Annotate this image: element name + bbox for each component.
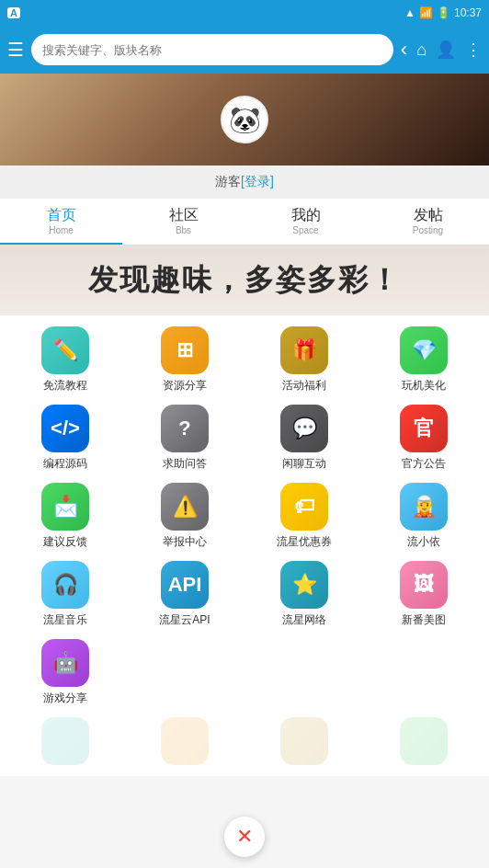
battery-icon: 🔋 (437, 6, 450, 19)
close-button[interactable]: ✕ (224, 817, 265, 857)
icon-item-7[interactable]: 官官方公告 (366, 405, 482, 472)
tab-posting-en: Posting (413, 225, 443, 235)
icon-label-5: 求助问答 (163, 456, 207, 472)
icon-label-0: 免流教程 (43, 378, 87, 394)
tab-posting-zh: 发帖 (414, 206, 443, 225)
icon-circle-13: API (161, 561, 209, 609)
status-bar: A ▲ 📶 🔋 10:37 (0, 0, 489, 26)
icon-item-5[interactable]: ?求助问答 (127, 405, 243, 472)
tab-bbs[interactable]: 社区 Bbs (122, 199, 244, 245)
icon-circle-7: 官 (400, 405, 448, 452)
login-link[interactable]: [登录] (241, 174, 274, 190)
app-logo: A (7, 7, 20, 18)
signal-icon: 📶 (419, 6, 433, 19)
tab-home[interactable]: 首页 Home (0, 199, 122, 245)
panda-avatar[interactable]: 🐼 (221, 96, 268, 143)
wifi-icon: ▲ (404, 6, 415, 19)
search-bar: ☰ ‹ ⌂ 👤 ⋮ (0, 26, 489, 74)
icon-circle-10: 🏷 (280, 483, 328, 531)
status-right: ▲ 📶 🔋 10:37 (404, 6, 482, 19)
icon-circle-9: ⚠️ (161, 483, 209, 531)
icon-label-6: 闲聊互动 (282, 456, 326, 472)
status-left: A (7, 7, 20, 18)
tab-space-en: Space (292, 225, 318, 235)
icon-label-15: 新番美图 (402, 612, 446, 628)
icon-item-1[interactable]: ⊞资源分享 (127, 326, 243, 394)
time-display: 10:37 (454, 6, 482, 19)
ghost-grid (7, 717, 482, 769)
icon-circle-16: 🤖 (41, 639, 89, 687)
icon-item-10[interactable]: 🏷流星优惠券 (246, 483, 362, 550)
tab-home-zh: 首页 (47, 206, 76, 225)
icon-item-3[interactable]: 💎玩机美化 (366, 326, 482, 394)
tab-bbs-en: Bbs (176, 225, 191, 235)
icon-circle-4: </> (41, 405, 89, 452)
icon-item-15[interactable]: 🖼新番美图 (366, 561, 482, 628)
icon-grid: ✏️免流教程⊞资源分享🎁活动福利💎玩机美化</>编程源码?求助问答💬闲聊互动官官… (7, 326, 482, 706)
icon-item-2[interactable]: 🎁活动福利 (246, 326, 362, 394)
tab-posting[interactable]: 发帖 Posting (367, 199, 489, 245)
icon-label-9: 举报中心 (163, 534, 207, 550)
ghost-section (0, 717, 489, 776)
ghost-icon-3 (366, 717, 482, 769)
icon-label-2: 活动福利 (282, 378, 326, 394)
icon-circle-8: 📩 (41, 483, 89, 531)
banner: 发现趣味，多姿多彩！ (0, 246, 489, 315)
icon-circle-11: 🧝 (400, 483, 448, 531)
icon-item-14[interactable]: ⭐流星网络 (246, 561, 362, 628)
tab-home-en: Home (49, 225, 74, 235)
icon-label-14: 流星网络 (282, 612, 326, 628)
tab-space[interactable]: 我的 Space (244, 199, 367, 245)
icon-label-8: 建议反馈 (43, 534, 87, 550)
icon-circle-0: ✏️ (41, 326, 89, 374)
icon-item-16[interactable]: 🤖游戏分享 (7, 639, 123, 706)
bottom-bar: ✕ (0, 817, 489, 857)
menu-icon[interactable]: ☰ (7, 39, 24, 61)
ghost-circle-0 (41, 717, 89, 765)
ghost-icon-2 (246, 717, 362, 769)
icon-item-11[interactable]: 🧝流小依 (366, 483, 482, 550)
search-input[interactable] (42, 43, 382, 57)
icon-label-1: 资源分享 (163, 378, 207, 394)
home-icon[interactable]: ⌂ (416, 40, 426, 60)
icon-item-13[interactable]: API流星云API (127, 561, 243, 628)
icon-circle-12: 🎧 (41, 561, 89, 609)
icon-label-10: 流星优惠券 (277, 534, 332, 550)
icon-circle-1: ⊞ (161, 326, 209, 374)
search-container[interactable] (31, 34, 393, 65)
login-text: 游客 (215, 174, 241, 190)
tab-space-zh: 我的 (291, 206, 321, 225)
icon-label-16: 游戏分享 (43, 691, 87, 706)
icon-item-8[interactable]: 📩建议反馈 (7, 483, 123, 550)
icon-label-3: 玩机美化 (402, 378, 446, 394)
nav-tabs: 首页 Home 社区 Bbs 我的 Space 发帖 Posting (0, 199, 489, 246)
icon-circle-14: ⭐ (280, 561, 328, 609)
icon-item-6[interactable]: 💬闲聊互动 (246, 405, 362, 472)
ghost-icon-1 (127, 717, 243, 769)
icon-circle-15: 🖼 (400, 561, 448, 609)
icon-label-7: 官方公告 (402, 456, 446, 472)
ghost-circle-1 (161, 717, 209, 765)
user-icon[interactable]: 👤 (436, 40, 456, 60)
banner-text: 发现趣味，多姿多彩！ (88, 260, 401, 301)
icon-item-0[interactable]: ✏️免流教程 (7, 326, 123, 394)
more-icon[interactable]: ⋮ (465, 40, 482, 60)
login-bar: 游客 [登录] (0, 166, 489, 199)
icon-grid-container: ✏️免流教程⊞资源分享🎁活动福利💎玩机美化</>编程源码?求助问答💬闲聊互动官官… (0, 315, 489, 717)
back-icon[interactable]: ‹ (401, 38, 407, 62)
icon-item-9[interactable]: ⚠️举报中心 (127, 483, 243, 550)
icon-circle-5: ? (161, 405, 209, 452)
icon-label-12: 流星音乐 (43, 612, 87, 628)
tab-bbs-zh: 社区 (169, 206, 199, 225)
icon-label-11: 流小依 (407, 534, 440, 550)
icon-label-13: 流星云API (159, 612, 210, 628)
icon-item-4[interactable]: </>编程源码 (7, 405, 123, 472)
icon-circle-3: 💎 (400, 326, 448, 374)
icon-circle-2: 🎁 (280, 326, 328, 374)
ghost-icon-0 (7, 717, 123, 769)
icon-item-12[interactable]: 🎧流星音乐 (7, 561, 123, 628)
ghost-circle-2 (280, 717, 328, 765)
icon-circle-6: 💬 (280, 405, 328, 452)
icon-label-4: 编程源码 (43, 456, 87, 472)
ghost-circle-3 (400, 717, 448, 765)
